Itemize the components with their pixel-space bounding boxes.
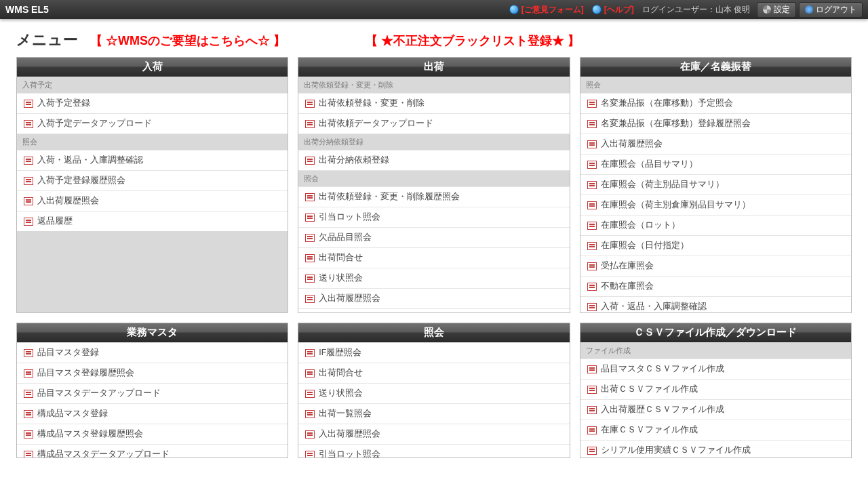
menu-item-label: 出荷分納依頼登録 — [319, 155, 389, 166]
menu-item[interactable]: 入出荷履歴ＣＳＶファイル作成 — [580, 399, 851, 420]
menu-item[interactable]: 在庫照会（荷主別倉庫別品目サマリ） — [580, 195, 851, 215]
menu-item-label: 入出荷履歴照会 — [319, 428, 380, 440]
menu-item[interactable]: 不動在庫照会 — [580, 276, 851, 296]
menu-item[interactable]: 出荷分納依頼登録 — [298, 150, 569, 170]
menu-item-label: 名変兼品振（在庫移動）予定照会 — [601, 98, 733, 109]
menu-item[interactable]: 入出荷履歴照会 — [298, 288, 569, 308]
logout-button[interactable]: ログアウト — [799, 2, 863, 18]
list-icon — [587, 365, 597, 373]
menu-item[interactable]: 出荷ＣＳＶファイル作成 — [580, 379, 851, 399]
menu-item-label: 品目マスタ登録 — [37, 347, 99, 359]
list-icon — [24, 410, 33, 418]
globe-icon — [509, 5, 519, 14]
list-icon — [587, 283, 597, 291]
panel-body: 品目マスタ登録品目マスタ登録履歴照会品目マスタデータアップロード構成品マスタ登録… — [17, 342, 288, 458]
menu-item[interactable]: 出荷問合せ — [298, 363, 569, 383]
menu-item[interactable]: 入荷予定登録 — [17, 93, 288, 113]
menu-item[interactable]: 品目マスタＣＳＶファイル作成 — [580, 359, 851, 379]
list-icon — [587, 242, 597, 250]
user-name: 山本 俊明 — [715, 5, 750, 14]
login-user-label: ログインユーザー：山本 俊明 — [642, 4, 750, 16]
panel: 入荷入荷予定入荷予定登録入荷予定データアップロード照会入荷・返品・入庫調整確認入… — [16, 57, 288, 313]
menu-item[interactable]: 品目マスタデータアップロード — [17, 383, 288, 403]
panel: 照会IF履歴照会出荷問合せ送り状照会出荷一覧照会入出荷履歴照会引当ロット照会欠品… — [298, 323, 570, 458]
menu-item[interactable]: 名変兼品振（在庫移動）登録履歴照会 — [580, 113, 851, 134]
menu-item[interactable]: 送り状照会 — [298, 383, 569, 403]
app-title: WMS EL5 — [5, 4, 49, 15]
list-icon — [587, 140, 597, 148]
list-icon — [24, 451, 33, 458]
menu-item[interactable]: 入荷・返品・入庫調整確認 — [17, 150, 288, 170]
list-icon — [587, 447, 597, 455]
menu-item[interactable]: 在庫照会（日付指定） — [580, 235, 851, 256]
menu-item[interactable]: 名変兼品振（在庫移動）予定照会 — [580, 93, 851, 113]
menu-item[interactable]: 構成品マスタ登録 — [17, 403, 288, 424]
section-header: 照会 — [17, 134, 288, 150]
menu-item[interactable]: 入出荷履歴照会 — [298, 424, 569, 444]
menu-item[interactable]: 返品履歴 — [17, 211, 288, 231]
section-header: 照会 — [580, 77, 851, 93]
menu-item[interactable]: 出荷一覧照会 — [298, 403, 569, 424]
menu-item[interactable]: 在庫照会（ロット） — [580, 215, 851, 235]
menu-item-label: 不動在庫照会 — [601, 281, 654, 292]
menu-item-label: 構成品マスタデータアップロード — [37, 449, 170, 458]
menu-item[interactable]: 品目マスタ登録 — [17, 342, 288, 363]
section-header: 出荷依頼登録・変更・削除 — [298, 77, 569, 93]
menu-item[interactable]: 構成品マスタ登録履歴照会 — [17, 424, 288, 444]
menu-item[interactable]: シリアル使用実績ＣＳＶファイル作成 — [580, 440, 851, 458]
menu-item-label: 出荷依頼登録・変更・削除 — [319, 98, 425, 109]
panel-header: 業務マスタ — [17, 323, 288, 342]
menu-item[interactable]: 在庫照会（荷主別品目サマリ） — [580, 174, 851, 195]
settings-button[interactable]: 設定 — [757, 2, 796, 18]
panel-body: 照会名変兼品振（在庫移動）予定照会名変兼品振（在庫移動）登録履歴照会入出荷履歴照… — [580, 77, 851, 312]
section-header: 照会 — [298, 170, 569, 186]
list-icon — [305, 120, 315, 128]
menu-item[interactable]: 入出荷履歴照会 — [17, 190, 288, 211]
menu-item-label: 入出荷履歴照会 — [319, 293, 380, 304]
menu-item-label: 出荷問合せ — [319, 367, 363, 379]
menu-item[interactable]: 入出荷履歴照会 — [580, 134, 851, 154]
panel-body: 出荷依頼登録・変更・削除出荷依頼登録・変更・削除出荷依頼データアップロード出荷分… — [298, 77, 569, 312]
menu-item-label: 出荷一覧照会 — [319, 408, 372, 420]
menu-item[interactable]: 在庫照会（品目サマリ） — [580, 154, 851, 174]
menu-item-label: 入出荷履歴ＣＳＶファイル作成 — [601, 404, 724, 415]
list-icon — [587, 303, 597, 311]
list-icon — [24, 120, 33, 128]
menu-item[interactable]: 出荷依頼登録・変更・削除 — [298, 93, 569, 113]
menu-item[interactable]: 構成品マスタデータアップロード — [17, 444, 288, 458]
menu-item-label: 入荷・返品・入庫調整確認 — [37, 155, 143, 166]
menu-item[interactable]: 入荷・返品・入庫調整確認 — [580, 296, 851, 312]
menu-item[interactable]: 欠品品目照会 — [298, 227, 569, 247]
wms-request-link[interactable]: 【 ☆WMSのご要望はこちらへ☆ 】 — [90, 33, 285, 49]
menu-item[interactable]: 品目マスタ登録履歴照会 — [17, 363, 288, 383]
list-icon — [305, 157, 315, 165]
menu-item-label: 構成品マスタ登録履歴照会 — [37, 428, 143, 440]
menu-item[interactable]: シリアル使用実績照会 — [298, 308, 569, 312]
list-icon — [305, 193, 315, 201]
menu-item[interactable]: 引当ロット照会 — [298, 444, 569, 458]
opinion-form-link[interactable]: [ご意見フォーム] — [509, 4, 584, 16]
menu-item[interactable]: 出荷依頼登録・変更・削除履歴照会 — [298, 186, 569, 207]
menu-item[interactable]: 出荷依頼データアップロード — [298, 113, 569, 134]
menu-item-label: 名変兼品振（在庫移動）登録履歴照会 — [601, 118, 751, 129]
list-icon — [305, 234, 315, 242]
list-icon — [305, 369, 315, 378]
menu-item-label: 在庫照会（日付指定） — [601, 240, 689, 251]
menu-item[interactable]: IF履歴照会 — [298, 342, 569, 363]
menu-item[interactable]: 在庫ＣＳＶファイル作成 — [580, 420, 851, 440]
menu-item[interactable]: 入荷予定登録履歴照会 — [17, 170, 288, 190]
list-icon — [305, 214, 315, 222]
menu-item[interactable]: 出荷問合せ — [298, 247, 569, 268]
menu-item[interactable]: 引当ロット照会 — [298, 207, 569, 227]
blacklist-link[interactable]: 【 ★不正注文ブラックリスト登録★ 】 — [366, 33, 580, 49]
menu-item[interactable]: 入荷予定データアップロード — [17, 113, 288, 134]
list-icon — [587, 426, 597, 434]
menu-item[interactable]: 受払在庫照会 — [580, 256, 851, 276]
help-link[interactable]: [ヘルプ] — [592, 4, 634, 16]
list-icon — [305, 100, 315, 108]
menu-item[interactable]: 送り状照会 — [298, 268, 569, 288]
menu-item-label: 在庫照会（荷主別品目サマリ） — [601, 179, 724, 190]
list-icon — [305, 451, 315, 458]
menu-item-label: 受払在庫照会 — [601, 260, 654, 272]
section-header: 出荷分納依頼登録 — [298, 134, 569, 150]
